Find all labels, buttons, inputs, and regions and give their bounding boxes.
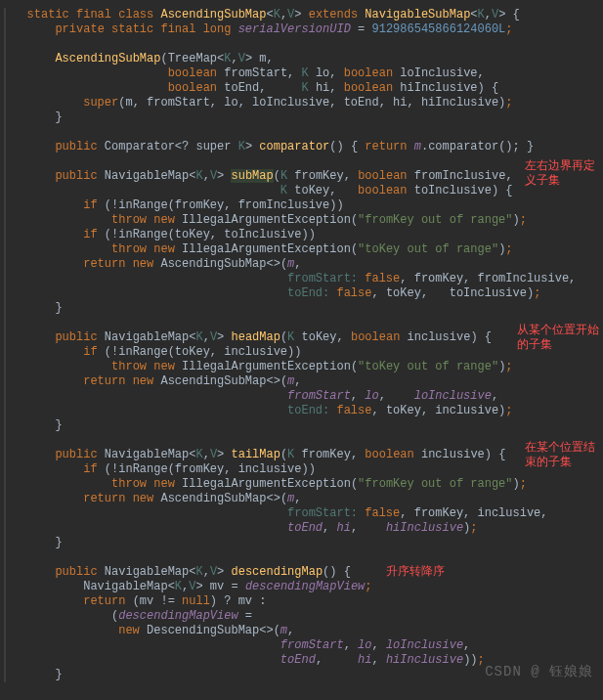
kw-extends: extends (309, 8, 358, 22)
err-fromkey: "fromKey out of range" (358, 213, 512, 227)
serial-value: 912986545866124060L (371, 22, 505, 36)
kw-static: static final class (27, 8, 154, 22)
method-tailmap: tailMap (231, 448, 280, 461)
method-comparator: comparator (259, 140, 329, 153)
code-editor: static final class AscendingSubMap<K,V> … (0, 0, 603, 690)
ctor-name: AscendingSubMap (55, 52, 160, 66)
annotation-tailmap: 在某个位置结 束的子集 (525, 441, 595, 470)
method-submap: subMap (231, 169, 273, 183)
generic-v: V (287, 8, 294, 22)
method-headmap: headMap (231, 330, 280, 344)
generic-k: K (274, 8, 280, 22)
annotation-submap: 左右边界再定 义子集 (525, 159, 595, 189)
field-serial: serialVersionUID (238, 22, 351, 36)
annotation-descmap: 升序转降序 (386, 565, 445, 580)
annotation-headmap: 从某个位置开始 的子集 (517, 324, 599, 353)
method-descendingmap: descendingMap (231, 565, 323, 579)
watermark: CSDN @ 钰娘娘 (485, 664, 593, 681)
kw-super: super (83, 96, 118, 109)
fold-gutter (4, 8, 6, 682)
kw-private: private static final long (55, 22, 231, 36)
err-tokey: "toKey out of range" (358, 242, 498, 256)
class-name: AscendingSubMap (160, 8, 266, 22)
parent-class: NavigableSubMap (365, 8, 470, 22)
